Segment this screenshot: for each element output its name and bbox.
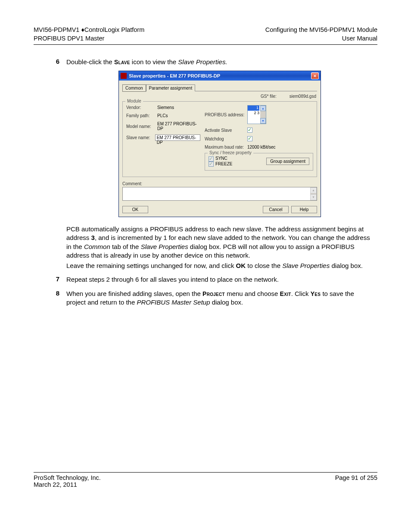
profibus-address-label: PROFIBUS address: (205, 112, 246, 117)
module-groupbox: Module Vendor:Siemens Family path:PLCs M… (122, 101, 317, 177)
hdr-left-model: MVI56-PDPMV1 (34, 26, 79, 33)
addr-opt-2[interactable]: 2 (254, 111, 256, 115)
sync-checkbox (209, 156, 214, 162)
scroll-down-icon[interactable]: ▼ (260, 118, 266, 124)
comment-scroll-down-icon: ▼ (310, 194, 317, 200)
model-label: Model name: (126, 124, 156, 129)
slave-properties-dialog: Slave properties - EM 277 PROFIBUS-DP × … (118, 71, 321, 217)
hdr-left-platform: ControlLogix Platform (84, 26, 144, 33)
module-legend: Module (125, 99, 143, 103)
activate-slave-label: Activate Slave (205, 128, 246, 133)
dialog-title: Slave properties - EM 277 PROFIBUS-DP (129, 73, 220, 78)
comment-textarea[interactable]: ▲▼ (122, 187, 317, 201)
activate-slave-checkbox[interactable] (247, 128, 252, 133)
group-assignment-button[interactable]: Group assignment (266, 158, 309, 165)
slave-word: Slave (114, 59, 130, 65)
addr-opt-1[interactable]: 1 (248, 106, 259, 111)
tab-parameter-assignment[interactable]: Parameter assignment (146, 84, 196, 91)
maxbaud-value: 12000 kBit/sec (247, 145, 276, 149)
dialog-titlebar: Slave properties - EM 277 PROFIBUS-DP × (119, 71, 321, 81)
ok-button[interactable]: OK (122, 206, 148, 213)
model-value: EM 277 PROFIBUS-DP (157, 121, 200, 131)
watchdog-label: Watchdog (205, 137, 246, 141)
step-6-num: 6 (51, 58, 59, 272)
hdr-diamond (81, 26, 84, 33)
family-label: Family path: (126, 113, 156, 118)
vendor-label: Vendor: (126, 105, 156, 110)
sync-freeze-legend: Sync / freeze property (208, 150, 253, 155)
vendor-value: Siemens (157, 105, 200, 110)
freeze-label: FREEZE (215, 162, 232, 166)
scroll-up-icon[interactable]: ▲ (260, 106, 266, 111)
footer-date: March 22, 2011 (34, 481, 101, 488)
gsfile-value: siem089d.gsd (290, 94, 316, 99)
step-8: 8 When you are finished adding slaves, o… (51, 289, 373, 309)
comment-label: Comment: (122, 181, 317, 186)
footer-page: Page 91 of 255 (335, 474, 377, 488)
close-icon[interactable]: × (311, 72, 319, 79)
footer-company: ProSoft Technology, Inc. (34, 474, 101, 481)
hdr-left2: PROFIBUS DPV1 Master (34, 34, 144, 43)
sync-freeze-groupbox: Sync / freeze property SYNC FREEZE Group… (205, 153, 313, 171)
step-6: 6 Double-click the Slave icon to view th… (51, 58, 373, 272)
sync-label: SYNC (215, 156, 227, 161)
addr-opt-3[interactable]: 3 (257, 111, 259, 115)
slavename-label: Slave name: (126, 135, 153, 140)
watchdog-checkbox[interactable] (247, 136, 252, 141)
dialog-tabs: CommonParameter assignment (122, 84, 317, 91)
gsfile-label: GS* file: (261, 94, 277, 99)
tab-common[interactable]: Common (122, 84, 146, 92)
step-7: 7 Repeat steps 2 through 6 for all slave… (51, 275, 373, 286)
comment-scroll-up-icon: ▲ (310, 187, 317, 193)
family-value: PLCs (157, 113, 200, 118)
cancel-button[interactable]: Cancel (263, 206, 289, 213)
slavename-input[interactable]: EM 277 PROFIBUS-DP (155, 134, 200, 141)
help-button[interactable]: Help (291, 206, 317, 213)
app-icon (121, 73, 127, 79)
profibus-address-list[interactable]: 1 2 3 ▲▼ (247, 105, 266, 124)
maxbaud-label: Maximum baud rate: (205, 145, 246, 149)
page-header: MVI56-PDPMV1 ControlLogix Platform PROFI… (34, 26, 377, 45)
hdr-right1: Configuring the MVI56-PDPMV1 Module (265, 26, 377, 34)
freeze-checkbox (209, 162, 214, 167)
page-footer: ProSoft Technology, Inc. March 22, 2011 … (34, 472, 377, 488)
slave-properties-ref: Slave Properties. (178, 58, 227, 65)
hdr-right2: User Manual (265, 34, 377, 43)
